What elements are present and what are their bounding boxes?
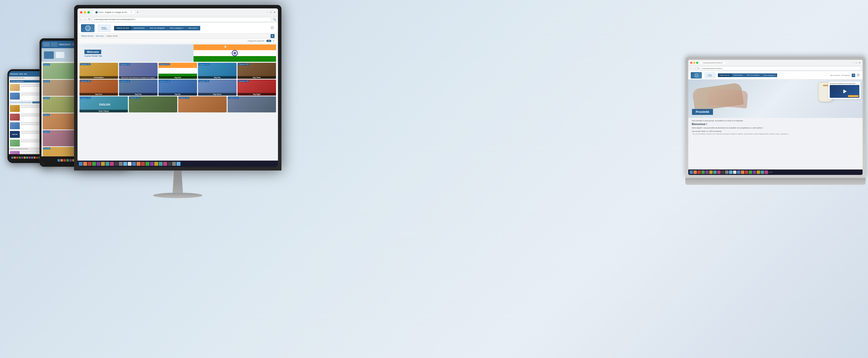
taskbar-icon[interactable]	[19, 157, 21, 159]
laptop-chrome-maximize[interactable]	[696, 62, 698, 64]
laptop-chrome-close[interactable]	[690, 62, 692, 64]
phone-nav-item[interactable]: Aide	[24, 73, 27, 75]
nav-mes-cours[interactable]: Mes cours ▾	[186, 26, 200, 30]
laptop-nav-administration[interactable]: Administration	[732, 73, 745, 77]
taskbar-icon[interactable]	[24, 157, 26, 159]
course-card-extra-3[interactable]: Progression: 5%	[228, 96, 276, 112]
breadcrumb-link-courses[interactable]: Mes cours	[96, 35, 104, 37]
laptop-taskbar-icon[interactable]	[709, 171, 713, 174]
chrome-maximize-dot[interactable]	[87, 11, 90, 13]
laptop-nav-catalogue[interactable]: Notre catalogue ▾	[762, 73, 777, 77]
course-card-day-four[interactable]: Progression: 40% Day Four	[80, 80, 118, 96]
taskbar-icon[interactable]	[36, 157, 38, 159]
taskbar-icon-windows[interactable]	[79, 162, 83, 166]
taskbar-icon-misc1[interactable]	[159, 162, 163, 166]
laptop-taskbar-icon[interactable]	[717, 171, 721, 174]
nav-tableau-de-bord[interactable]: Tableau de bord	[114, 26, 131, 30]
taskbar-icon-spotify[interactable]	[150, 162, 154, 166]
laptop-nav-accueil[interactable]: Page d'accueil	[718, 73, 732, 77]
laptop-taskbar-icon[interactable]	[705, 171, 709, 174]
nav-administration[interactable]: Administration	[131, 26, 147, 30]
minimize-button[interactable]: −	[267, 11, 268, 13]
laptop-taskbar-icon[interactable]	[733, 171, 736, 174]
tab-close-button[interactable]: ✕	[130, 11, 132, 13]
laptop-url-field[interactable]: e-learning.sesame-formation.fr	[701, 66, 861, 70]
course-card-presentation[interactable]: Progression: 0% Présentation	[80, 63, 118, 79]
nav-catalogue[interactable]: Notre catalogue ▾	[167, 26, 186, 30]
restore-button[interactable]: □	[270, 11, 272, 13]
laptop-taskbar-icon[interactable]	[761, 171, 764, 174]
laptop-reload-btn[interactable]: ↻	[697, 67, 699, 70]
reload-button[interactable]: ↻	[88, 18, 91, 21]
laptop-taskbar-icon[interactable]	[721, 171, 724, 174]
taskbar-icon-ps[interactable]	[105, 162, 110, 166]
laptop-nav-aide[interactable]: Aide à la navigation	[745, 73, 762, 77]
laptop-taskbar-icon[interactable]	[693, 171, 697, 174]
taskbar-icon-zoom[interactable]	[141, 162, 145, 166]
laptop-close-btn[interactable]: ✕	[859, 61, 861, 64]
laptop-taskbar-icon[interactable]	[765, 171, 768, 174]
chrome-close-dot[interactable]	[80, 11, 83, 13]
laptop-taskbar-icon[interactable]	[753, 171, 756, 174]
laptop-taskbar-icon[interactable]	[698, 171, 701, 174]
course-card-extra-1[interactable]: Progression: 15%	[129, 96, 177, 112]
taskbar-icon-word[interactable]	[119, 162, 123, 166]
taskbar-icon[interactable]	[31, 157, 33, 159]
laptop-taskbar-icon[interactable]	[701, 171, 705, 174]
taskbar-icon-teams[interactable]	[132, 162, 136, 166]
phone-nav-item[interactable]: Admin	[19, 73, 23, 75]
course-card-day-one[interactable]: Progression: 80% Day One	[158, 63, 197, 79]
forward-button[interactable]: →	[84, 18, 87, 21]
taskbar-icon-misc5[interactable]	[177, 162, 181, 166]
progress-close-btn[interactable]: ✕	[273, 39, 275, 42]
taskbar-icon-ppt[interactable]	[128, 162, 132, 166]
taskbar-icon-skype[interactable]	[146, 162, 149, 166]
laptop-taskbar-icon[interactable]	[725, 171, 728, 174]
taskbar-icon-vlc[interactable]	[154, 162, 158, 166]
taskbar-icon-misc2[interactable]	[163, 162, 167, 166]
course-card-itineraire[interactable]: Progression: 0% Découvrez votre itinérai…	[119, 63, 157, 79]
course-card-extra-2[interactable]: Progression: 5%	[178, 96, 227, 112]
laptop-taskbar-icon[interactable]	[745, 171, 748, 174]
browser-tab[interactable]: Cours : Anglais en voyage au Ke... ✕	[93, 10, 134, 14]
site-search-icon[interactable]	[271, 26, 275, 30]
laptop-taskbar-icon[interactable]	[757, 171, 760, 174]
phone-nav-item[interactable]: Tableau de bord	[10, 73, 19, 75]
taskbar-icon-excel[interactable]	[123, 162, 127, 166]
taskbar-icon-chrome[interactable]	[88, 162, 92, 166]
laptop-taskbar-icon[interactable]	[689, 171, 693, 174]
taskbar-icon[interactable]	[34, 157, 36, 159]
laptop-restore-btn[interactable]: □	[856, 61, 857, 64]
taskbar-icon[interactable]	[11, 157, 13, 159]
taskbar-icon[interactable]	[26, 157, 28, 159]
video-thumbnail[interactable]: SÉSAM NATION	[830, 85, 859, 98]
laptop-taskbar-icon[interactable]	[741, 171, 744, 174]
laptop-chrome-minimize[interactable]	[693, 62, 695, 64]
taskbar-icon[interactable]	[16, 157, 18, 159]
laptop-browser-tab[interactable]: e-learning.sesame-formation.fr	[701, 61, 725, 64]
course-card-day-five[interactable]: Progression: 0% Day Five	[119, 80, 157, 96]
laptop-taskbar-icon[interactable]	[729, 171, 733, 174]
gear-icon[interactable]: ⚙	[271, 34, 275, 38]
course-card-day-eight[interactable]: Progression: 15% Day Eight	[238, 80, 276, 96]
taskbar-icon[interactable]	[14, 157, 16, 159]
taskbar-icon-ae[interactable]	[96, 162, 100, 166]
taskbar-icon-acrobat[interactable]	[114, 162, 118, 166]
new-tab-button[interactable]: +	[137, 11, 138, 14]
taskbar-icon-file[interactable]	[83, 162, 87, 166]
chrome-minimize-dot[interactable]	[84, 11, 86, 13]
taskbar-icon[interactable]	[29, 157, 31, 159]
taskbar-icon[interactable]	[63, 159, 66, 161]
taskbar-icon-misc4[interactable]	[172, 162, 176, 166]
laptop-settings-icon[interactable]: ⚙	[852, 73, 855, 77]
laptop-minimize-btn[interactable]: −	[853, 61, 854, 64]
course-card-day-six[interactable]: Progression: 15% Day Six	[158, 80, 197, 96]
back-button[interactable]: ←	[80, 18, 83, 21]
laptop-taskbar-icon[interactable]	[749, 171, 752, 174]
breadcrumb-link-home[interactable]: Tableau de bord	[81, 35, 93, 37]
taskbar-icon-ai[interactable]	[101, 162, 105, 166]
laptop-forward-btn[interactable]: →	[693, 67, 696, 70]
taskbar-icon-indd[interactable]	[110, 162, 114, 166]
course-card-day-two[interactable]: Progression: 15% Day Two	[198, 63, 237, 79]
taskbar-icon-whatsapp[interactable]	[136, 162, 141, 166]
